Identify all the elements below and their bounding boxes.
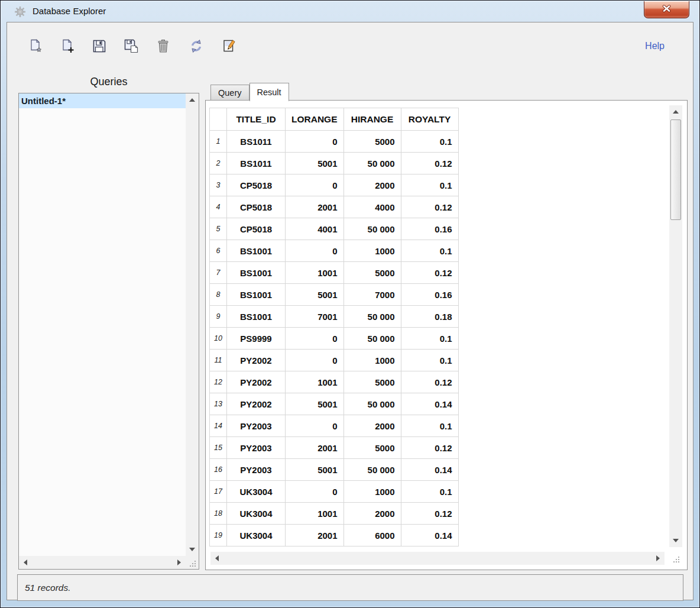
table-row[interactable]: 13PY2002500150 0000.14 [210, 393, 459, 415]
scroll-left-arrow[interactable] [210, 552, 223, 565]
table-cell[interactable]: 5000 [343, 131, 401, 153]
table-cell[interactable]: 0 [286, 174, 344, 196]
table-cell[interactable]: 0.14 [401, 393, 458, 415]
table-cell[interactable]: 50 000 [343, 218, 401, 240]
table-cell[interactable]: 0.14 [401, 525, 458, 546]
table-row[interactable]: 17UK3004010000.1 [210, 481, 459, 503]
table-cell[interactable]: 1001 [286, 503, 344, 525]
save-as-button[interactable] [122, 38, 140, 56]
close-button[interactable] [644, 1, 689, 18]
table-cell[interactable]: 4000 [343, 196, 401, 218]
result-vertical-scrollbar[interactable] [669, 105, 682, 547]
table-cell[interactable]: 5000 [343, 437, 401, 459]
table-cell[interactable]: 0.1 [401, 174, 458, 196]
queries-vertical-scrollbar[interactable] [186, 93, 199, 556]
table-cell[interactable]: 0.1 [401, 131, 458, 153]
table-cell[interactable]: 1000 [343, 481, 401, 503]
table-row[interactable]: 16PY2003500150 0000.14 [210, 459, 459, 481]
table-cell[interactable]: 50 000 [343, 459, 401, 481]
scrollbar-thumb[interactable] [670, 119, 681, 220]
table-cell[interactable]: PY2002 [227, 350, 286, 371]
table-cell[interactable]: PS9999 [227, 328, 286, 350]
table-cell[interactable]: 0.12 [401, 437, 458, 459]
scroll-up-arrow[interactable] [669, 105, 682, 118]
table-row[interactable]: 10PS9999050 0000.1 [210, 328, 459, 350]
table-cell[interactable]: 50 000 [343, 153, 401, 174]
table-cell[interactable]: CP5018 [227, 196, 286, 218]
table-cell[interactable]: 0.1 [401, 415, 458, 437]
table-row[interactable]: 14PY2003020000.1 [210, 415, 459, 437]
table-row[interactable]: 15PY2003200150000.12 [210, 437, 459, 459]
tab-result[interactable]: Result [249, 83, 289, 101]
table-row[interactable]: 11PY2002010000.1 [210, 350, 459, 371]
table-row[interactable]: 1BS1011050000.1 [210, 131, 459, 153]
table-row[interactable]: 6BS1001010000.1 [210, 240, 459, 262]
table-cell[interactable]: PY2003 [227, 437, 286, 459]
table-cell[interactable]: 1000 [343, 350, 401, 371]
delete-button[interactable] [154, 38, 172, 56]
help-link[interactable]: Help [645, 41, 665, 51]
refresh-button[interactable] [187, 38, 205, 56]
column-header[interactable]: LORANGE [286, 108, 344, 131]
table-cell[interactable]: 0.1 [401, 240, 458, 262]
table-row[interactable]: 4CP5018200140000.12 [210, 196, 459, 218]
titlebar[interactable]: Database Explorer [1, 1, 699, 22]
table-cell[interactable]: 5000 [343, 262, 401, 284]
resize-grip[interactable] [669, 552, 682, 565]
table-cell[interactable]: 50 000 [343, 306, 401, 328]
table-row[interactable]: 12PY2002100150000.12 [210, 371, 459, 393]
resize-grip[interactable] [186, 556, 199, 569]
scroll-down-arrow[interactable] [669, 534, 682, 547]
table-cell[interactable]: 4001 [286, 218, 344, 240]
table-cell[interactable]: PY2002 [227, 393, 286, 415]
table-cell[interactable]: 0.1 [401, 350, 458, 371]
table-cell[interactable]: 0.12 [401, 262, 458, 284]
column-header[interactable]: HIRANGE [343, 108, 401, 131]
table-cell[interactable]: 1001 [286, 262, 344, 284]
table-cell[interactable]: 2001 [286, 525, 344, 546]
table-cell[interactable]: BS1001 [227, 284, 286, 306]
table-cell[interactable]: 0.14 [401, 459, 458, 481]
queries-horizontal-scrollbar[interactable] [19, 556, 186, 569]
table-cell[interactable]: PY2002 [227, 371, 286, 393]
table-cell[interactable]: 0 [286, 240, 344, 262]
add-query-button[interactable] [59, 38, 76, 56]
table-cell[interactable]: BS1001 [227, 262, 286, 284]
table-cell[interactable]: UK3004 [227, 503, 286, 525]
new-query-button[interactable] [27, 38, 44, 56]
table-row[interactable]: 7BS1001100150000.12 [210, 262, 459, 284]
table-cell[interactable]: 0.12 [401, 371, 458, 393]
table-cell[interactable]: 0.1 [401, 328, 458, 350]
table-cell[interactable]: 2001 [286, 437, 344, 459]
table-row[interactable]: 5CP5018400150 0000.16 [210, 218, 459, 240]
table-cell[interactable]: 5001 [286, 459, 344, 481]
table-cell[interactable]: BS1011 [227, 153, 286, 174]
table-cell[interactable]: 1000 [343, 240, 401, 262]
table-row[interactable]: 18UK3004100120000.12 [210, 503, 459, 525]
table-cell[interactable]: BS1001 [227, 240, 286, 262]
column-header[interactable]: TITLE_ID [227, 108, 286, 131]
table-cell[interactable]: 5001 [286, 153, 344, 174]
table-cell[interactable]: 0.12 [401, 503, 458, 525]
table-cell[interactable]: 0 [286, 415, 344, 437]
table-cell[interactable]: 0 [286, 328, 344, 350]
table-cell[interactable]: 5001 [286, 284, 344, 306]
table-cell[interactable]: 5001 [286, 393, 344, 415]
scroll-up-arrow[interactable] [186, 93, 199, 106]
table-cell[interactable]: 2000 [343, 415, 401, 437]
table-cell[interactable]: 2001 [286, 196, 344, 218]
table-cell[interactable]: 1001 [286, 371, 344, 393]
table-cell[interactable]: 2000 [343, 503, 401, 525]
table-cell[interactable]: BS1011 [227, 131, 286, 153]
table-cell[interactable]: 7000 [343, 284, 401, 306]
table-cell[interactable]: 0 [286, 350, 344, 371]
table-cell[interactable]: 2000 [343, 174, 401, 196]
table-cell[interactable]: 50 000 [343, 328, 401, 350]
table-cell[interactable]: 0.12 [401, 153, 458, 174]
table-cell[interactable]: 7001 [286, 306, 344, 328]
query-list-item[interactable]: Untitled-1* [19, 93, 186, 108]
table-cell[interactable]: 0.18 [401, 306, 458, 328]
table-cell[interactable]: 0.16 [401, 218, 458, 240]
table-cell[interactable]: CP5018 [227, 174, 286, 196]
table-cell[interactable]: 5000 [343, 371, 401, 393]
